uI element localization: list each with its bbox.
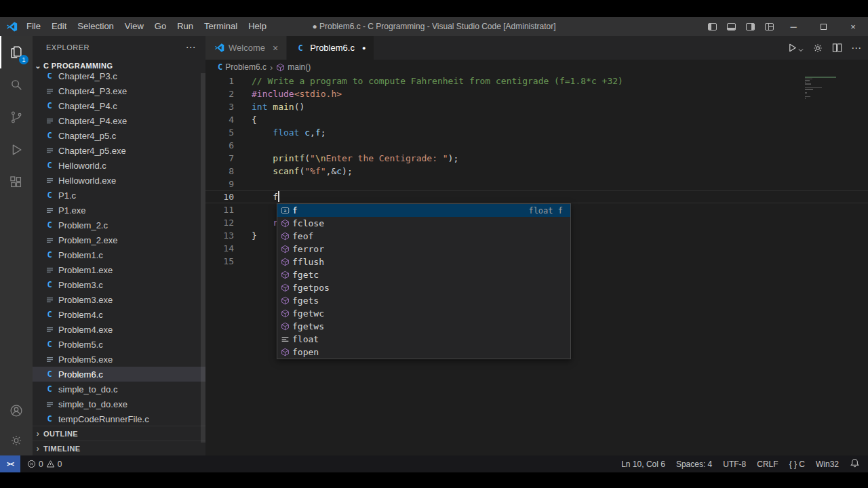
settings-gear-icon[interactable] — [0, 426, 33, 455]
more-actions-icon[interactable]: ⋯ — [186, 41, 197, 54]
close-button[interactable]: × — [838, 17, 868, 36]
suggest-item-fgetc[interactable]: fgetc — [277, 268, 570, 281]
sidebar-scrollbar[interactable] — [201, 73, 205, 443]
file-item-p1-c[interactable]: CP1.c — [33, 188, 205, 203]
line-number: 9 — [205, 179, 234, 189]
file-item-helloworld-exe[interactable]: Helloworld.exe — [33, 173, 205, 188]
code-area[interactable]: 1// Write a program to compute Fahrenhei… — [205, 75, 868, 455]
file-item-simple-to-do-exe[interactable]: simple_to_do.exe — [33, 396, 205, 411]
section-timeline[interactable]: ›TIMELINE — [33, 441, 205, 455]
file-item-chapter4-p4-exe[interactable]: Chapter4_P4.exe — [33, 113, 205, 128]
code-line-3[interactable]: 3int main() — [205, 100, 868, 113]
file-item-problem-2-c[interactable]: CProblem_2.c — [33, 218, 205, 232]
customize-layout-icon[interactable] — [760, 17, 778, 36]
status-ln-10-col-6[interactable]: Ln 10, Col 6 — [621, 460, 665, 469]
menu-help[interactable]: Help — [243, 17, 272, 36]
file-item-problem1-c[interactable]: CProblem1.c — [33, 247, 205, 262]
breadcrumb-item-main[interactable]: main() — [276, 62, 311, 72]
minimap[interactable] — [805, 77, 837, 103]
tabs: Welcome×CProblem6.c● — [205, 36, 374, 60]
file-item-helloworld-c[interactable]: CHelloworld.c — [33, 158, 205, 173]
file-item-problem4-c[interactable]: CProblem4.c — [33, 307, 205, 322]
menu-go[interactable]: Go — [149, 17, 172, 36]
suggest-item-fopen[interactable]: fopen — [277, 346, 570, 359]
breadcrumb-item-problem6-c[interactable]: CProblem6.c — [218, 62, 267, 72]
tab-problem6-c[interactable]: CProblem6.c● — [287, 36, 374, 60]
file-item-chapter4-p3-c[interactable]: CChapter4_P3.c — [33, 73, 205, 83]
menu-file[interactable]: File — [21, 17, 46, 36]
code-line-5[interactable]: 5 float c,f; — [205, 126, 868, 139]
suggest-item-fgetwc[interactable]: fgetwc — [277, 307, 570, 320]
tab-welcome[interactable]: Welcome× — [205, 36, 287, 60]
file-item-problem5-c[interactable]: CProblem5.c — [33, 337, 205, 352]
toggle-sidebar-icon[interactable] — [703, 17, 722, 36]
split-editor-icon[interactable] — [832, 43, 842, 53]
file-item-simple-to-do-c[interactable]: Csimple_to_do.c — [33, 382, 205, 396]
section-outline[interactable]: ›OUTLINE — [33, 426, 205, 441]
file-item-chapter4-p5-exe[interactable]: Chapter4_p5.exe — [33, 143, 205, 158]
code-line-9[interactable]: 9 — [205, 178, 868, 190]
activity-bar: 1 — [0, 36, 33, 455]
source-control-icon[interactable] — [0, 101, 33, 134]
line-number: 6 — [205, 140, 234, 150]
suggest-item-fgetpos[interactable]: fgetpos — [277, 281, 570, 294]
file-item-chapter4-p3-exe[interactable]: Chapter4_P3.exe — [33, 83, 205, 98]
search-icon[interactable] — [0, 68, 33, 101]
code-line-7[interactable]: 7 printf("\nEnter the Centigrade: "); — [205, 152, 868, 165]
code-line-10[interactable]: 10 f — [205, 190, 868, 203]
status-c[interactable]: { } C — [789, 460, 805, 469]
status-spaces-4[interactable]: Spaces: 4 — [676, 460, 712, 469]
minimize-button[interactable]: ─ — [778, 17, 808, 36]
file-item-problem5-exe[interactable]: Problem5.exe — [33, 352, 205, 367]
close-icon[interactable]: × — [273, 43, 278, 54]
folder-c-programming[interactable]: ⌄ C PROGRAMMING — [33, 58, 205, 73]
status-right-items: Ln 10, Col 6Spaces: 4UTF-8CRLF{ } CWin32 — [621, 460, 839, 469]
file-item-problem4-exe[interactable]: Problem4.exe — [33, 322, 205, 337]
menu-view[interactable]: View — [119, 17, 149, 36]
file-item-problem-2-exe[interactable]: Problem_2.exe — [33, 232, 205, 247]
maximize-button[interactable] — [808, 17, 838, 36]
explorer-icon[interactable]: 1 — [0, 36, 33, 68]
menu-run[interactable]: Run — [172, 17, 199, 36]
file-item-problem3-c[interactable]: CProblem3.c — [33, 277, 205, 292]
code-line-6[interactable]: 6 — [205, 139, 868, 152]
suggest-item-float[interactable]: float — [277, 333, 570, 346]
status-utf-8[interactable]: UTF-8 — [723, 460, 746, 469]
menu-terminal[interactable]: Terminal — [199, 17, 243, 36]
code-line-8[interactable]: 8 scanf("%f",&c); — [205, 165, 868, 178]
run-debug-icon[interactable] — [0, 134, 33, 166]
code-line-2[interactable]: 2#include<stdio.h> — [205, 87, 868, 100]
suggest-item-fclose[interactable]: fclose — [277, 217, 570, 230]
menu-selection[interactable]: Selection — [72, 17, 119, 36]
account-icon[interactable] — [0, 396, 33, 426]
tab-label: Problem6.c — [310, 43, 355, 53]
settings-gear-icon[interactable] — [812, 43, 823, 54]
code-line-1[interactable]: 1// Write a program to compute Fahrenhei… — [205, 75, 868, 87]
file-item-problem1-exe[interactable]: Problem1.exe — [33, 262, 205, 277]
remote-indicator[interactable]: >< — [0, 455, 20, 472]
suggest-item-fgets[interactable]: fgets — [277, 294, 570, 307]
file-item-chapter4-p5-c[interactable]: CChapter4_p5.c — [33, 128, 205, 143]
file-item-p1-exe[interactable]: P1.exe — [33, 203, 205, 218]
more-actions-icon[interactable]: ⋯ — [851, 42, 861, 54]
run-button[interactable] — [787, 43, 804, 53]
extensions-icon[interactable] — [0, 166, 33, 199]
suggest-item-fgetws[interactable]: fgetws — [277, 320, 570, 333]
file-item-problem6-c[interactable]: CProblem6.c — [33, 367, 205, 382]
toggle-secondary-sidebar-icon[interactable] — [741, 17, 760, 36]
bell-icon[interactable] — [850, 458, 860, 470]
file-item-chapter4-p4-c[interactable]: CChapter4_P4.c — [33, 98, 205, 113]
problems-status[interactable]: 0 0 — [27, 460, 62, 469]
code-line-4[interactable]: 4{ — [205, 113, 868, 126]
toggle-panel-icon[interactable] — [722, 17, 741, 36]
menu-edit[interactable]: Edit — [46, 17, 72, 36]
suggest-item-f[interactable]: affloat f — [277, 204, 570, 217]
file-item-problem3-exe[interactable]: Problem3.exe — [33, 292, 205, 307]
suggest-item-ferror[interactable]: ferror — [277, 243, 570, 256]
status-crlf[interactable]: CRLF — [757, 460, 778, 469]
suggest-item-fflush[interactable]: fflush — [277, 256, 570, 268]
file-item-tempcoderunnerfile-c[interactable]: CtempCodeRunnerFile.c — [33, 411, 205, 426]
dirty-dot-icon[interactable]: ● — [362, 45, 366, 52]
status-win32[interactable]: Win32 — [816, 460, 839, 469]
suggest-item-feof[interactable]: feof — [277, 230, 570, 243]
